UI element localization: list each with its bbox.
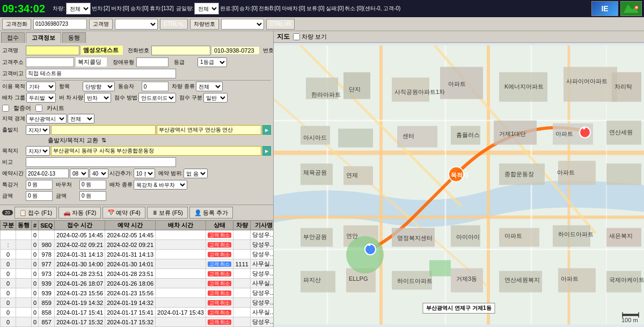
장애유형-input[interactable] [136, 57, 169, 67]
ctrl-r-button[interactable]: CTRL+R [266, 19, 295, 30]
svg-rect-23 [564, 67, 617, 102]
map-vehicle-toggle[interactable]: 차량 보기 [293, 33, 327, 41]
reservation-date-input[interactable] [26, 169, 69, 178]
phoneB-info: 전화B:[0] [259, 5, 281, 12]
accept-button[interactable]: 📋 접수 (F1) [14, 207, 57, 219]
th-차량: 차량 [233, 221, 250, 230]
customer-name-button[interactable]: 고객명 [89, 19, 113, 30]
tab-접수[interactable]: 접수 [1, 32, 25, 43]
destination-type-select[interactable]: 지자체 [26, 146, 50, 156]
vehicle-select[interactable]: 전체 [66, 3, 91, 14]
departure-type-select[interactable]: 지자체 [26, 125, 50, 135]
region-row: 지역 경계 부산광역시 전체 [2, 114, 271, 123]
svg-point-51 [346, 236, 384, 274]
score-method-select[interactable]: 안드로이드 [138, 93, 176, 103]
panel-tabs: 접수 고객정보 동행 [0, 31, 273, 43]
score-type-select[interactable]: 일반 [203, 93, 228, 103]
departure-input[interactable] [51, 125, 156, 135]
destination-map-btn[interactable]: ▶ [262, 146, 271, 156]
region-district-select[interactable]: 전체 [68, 114, 94, 123]
reservation-range-select[interactable]: 없 음 [184, 169, 208, 178]
동승자-input[interactable] [142, 82, 169, 91]
swap-icon[interactable]: ⇅ [101, 137, 106, 144]
table-wrapper[interactable]: 구분 동행 # SEQ 접수 시간 예약 시간 배차 시간 상태 차량 기사명 … [0, 220, 273, 327]
add-register-button[interactable]: 👤 등록 추가 [189, 207, 233, 219]
buscar-select[interactable]: 반차 [84, 93, 111, 103]
customer-row: 고객명 엠성오대스트 전화번호 010-3938-0723 번호유형 전화번호1 [2, 45, 271, 55]
reservation-button[interactable]: 📅 예약 (F4) [103, 207, 145, 219]
table-row[interactable]: 0 0 939 2024-01-26 18:07 2024-01-26 18:0… [1, 279, 274, 288]
holdon-button[interactable]: ⏸ 보류 (F5) [147, 207, 188, 219]
reservation-icon: 📅 [107, 209, 115, 216]
daily-select[interactable]: 전체 [194, 3, 219, 14]
svg-text:아파트: 아파트 [448, 81, 466, 87]
phone-call-button[interactable]: 고객전화 [2, 19, 31, 30]
cell-예약시간: 2024-01-23 15:56 [105, 288, 156, 298]
departure-map-btn[interactable]: ▶ [262, 125, 271, 135]
table-row[interactable]: 0 2024-02-05 14:45 2024-02-05 14:45 고객 취… [1, 230, 274, 240]
cell-동행 [16, 269, 32, 279]
map-area[interactable]: ● ● 목적지 한라아파트 단지 사직공원아파트1차 아파트 K에너지어파트 사… [274, 43, 644, 327]
cell-접수시간: 2024-02-02 09:21 [55, 240, 105, 250]
cell-기사명: 사무실... [250, 279, 273, 288]
auto-button[interactable]: 🚗 자동 (F2) [58, 207, 101, 219]
time-add-select[interactable]: 10 분 [134, 169, 155, 178]
phone-number-input[interactable] [33, 19, 87, 30]
purpose-select[interactable]: 기타 [26, 82, 56, 91]
vehicle-number-button[interactable]: 차량번호 [190, 19, 219, 30]
departure-row: 출발지 지자체 부산광역시 연제구 연산동 연산 ▶ [2, 125, 271, 135]
customer-name-select[interactable] [115, 19, 158, 30]
cell-접수시간: 2024-01-23 15:56 [55, 288, 105, 298]
address-label: 고객주소 [2, 59, 25, 66]
carseat-checkbox[interactable] [35, 105, 42, 112]
address-input[interactable] [26, 57, 74, 67]
reservation-hour-select[interactable]: 08 [70, 169, 89, 178]
cell-예약시간: 2024-01-30 14:01 [105, 259, 156, 269]
daily-group: 금일량: 전체 완료:[0] 승차:[0] 전화B:[0] 마배차:[0] 보류… [176, 3, 401, 14]
dispatch-select[interactable]: 두리발 [26, 93, 56, 103]
note-input[interactable] [26, 69, 176, 78]
tab-고객정보[interactable]: 고객정보 [26, 32, 61, 43]
th-상태: 상태 [206, 221, 233, 230]
mapbaeinfo: 마배차:[0] [282, 5, 305, 12]
cell-배차시간 [156, 288, 206, 298]
vehicle-number-select[interactable] [221, 19, 264, 30]
haljeung-checkbox[interactable] [2, 105, 9, 112]
phone-input[interactable] [151, 46, 210, 55]
ctrl-l-button[interactable]: CTRL+L [160, 19, 188, 30]
table-row[interactable]: : 0 980 2024-02-02 09:21 2024-02-02 09:2… [1, 240, 274, 250]
remark-input[interactable] [26, 157, 176, 167]
special-input[interactable] [26, 180, 53, 190]
table-row[interactable]: 0 0 857 2024-01-17 15:32 2024-01-17 15:3… [1, 317, 274, 327]
map-title: 지도 [277, 32, 290, 41]
table-row[interactable]: 0 0 859 2024-01-19 14:32 2024-01-19 14:3… [1, 298, 274, 308]
cell-상태: 고객 취소 [206, 250, 233, 259]
table-row[interactable]: 0 0 858 2024-01-17 15:41 2024-01-17 15:4… [1, 308, 274, 317]
tab-동행[interactable]: 동행 [62, 32, 86, 43]
항목-select[interactable]: 단방향 [83, 82, 115, 91]
cell-예약시간: 2024-01-17 15:32 [105, 317, 156, 327]
voucher-input[interactable] [79, 180, 106, 190]
customer-name-field[interactable] [26, 46, 79, 55]
cell-예약시간: 2024-01-19 14:32 [105, 298, 156, 308]
purpose-label: 이용 목적 [2, 83, 25, 90]
reservation-min-select[interactable]: 40 [90, 169, 108, 178]
th-seq: SEQ [39, 221, 55, 230]
region-city-select[interactable]: 부산광역시 [26, 114, 67, 123]
vehicle-type-select[interactable]: 전체 [196, 82, 223, 91]
dispatch-type-select[interactable]: 목강차 & 바우차 [134, 180, 187, 190]
vehicle-checkbox[interactable] [293, 33, 300, 40]
table-row[interactable]: 0 0 978 2024-01-31 14:13 2024-01-31 14:1… [1, 250, 274, 259]
table-row[interactable]: 0 0 939 2024-01-23 15:56 2024-01-23 15:5… [1, 288, 274, 298]
cell-차량 [233, 230, 250, 240]
amount2-input[interactable] [79, 191, 106, 201]
map-svg: ● ● 목적지 한라아파트 단지 사직공원아파트1차 아파트 K에너지어파트 사… [274, 43, 644, 327]
row-count-badge: 20 [2, 210, 13, 215]
등급-select[interactable]: 1등급 [197, 57, 227, 67]
cell-차량: 1111 [233, 259, 250, 269]
amount2-label: 금액 [56, 192, 78, 200]
table-row[interactable]: 0 0 973 2024-01-28 23:51 2024-01-28 23:5… [1, 269, 274, 279]
amount1-input[interactable] [26, 191, 53, 201]
table-row[interactable]: 0 0 977 2024-01-30 14:00 2024-01-30 14:0… [1, 259, 274, 269]
cell-구분: 0 [1, 250, 16, 259]
